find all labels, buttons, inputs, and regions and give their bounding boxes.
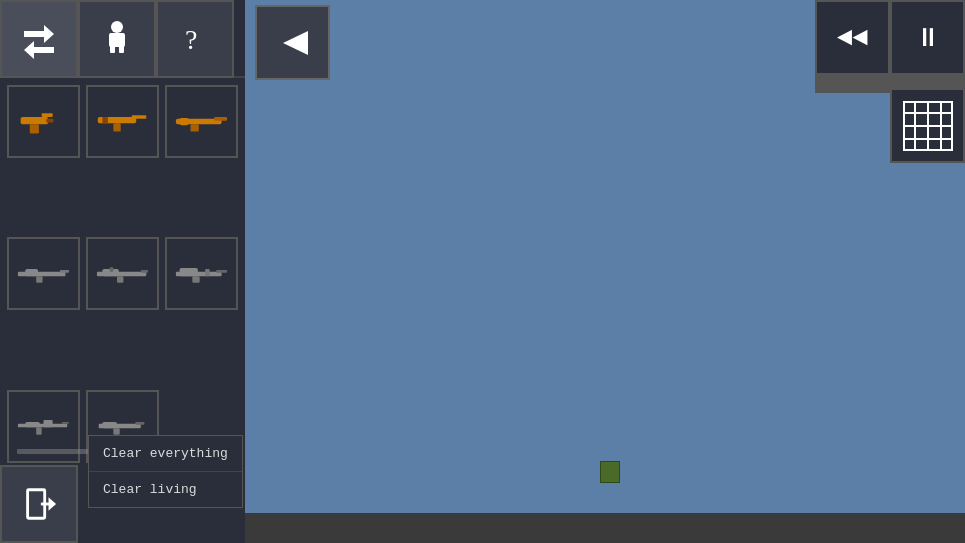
svg-rect-40 <box>17 449 97 454</box>
svg-rect-25 <box>110 267 114 272</box>
svg-rect-2 <box>110 45 115 53</box>
clear-everything-button[interactable]: Clear everything <box>89 436 242 472</box>
svg-marker-42 <box>283 31 308 55</box>
svg-rect-3 <box>119 45 124 53</box>
svg-marker-52 <box>49 497 57 510</box>
help-button[interactable]: ? <box>156 0 234 78</box>
weapon-cell-rifle2[interactable] <box>86 237 159 310</box>
svg-rect-6 <box>42 113 53 117</box>
svg-rect-39 <box>102 422 117 428</box>
weapon-cell-shotgun[interactable] <box>165 85 238 158</box>
svg-rect-37 <box>135 422 144 425</box>
game-entity <box>600 461 620 483</box>
clear-living-button[interactable]: Clear living <box>89 472 242 507</box>
svg-rect-15 <box>191 124 199 131</box>
svg-rect-16 <box>180 117 189 124</box>
grid-toggle-button[interactable] <box>890 88 965 163</box>
ground <box>245 513 965 543</box>
svg-rect-1 <box>109 33 125 47</box>
svg-rect-32 <box>62 422 69 424</box>
svg-rect-19 <box>36 276 42 282</box>
svg-rect-23 <box>117 276 123 282</box>
svg-text:?: ? <box>185 24 197 55</box>
weapon-cell-rifle3[interactable] <box>165 237 238 310</box>
svg-rect-8 <box>46 118 53 122</box>
svg-rect-34 <box>44 420 53 427</box>
svg-rect-20 <box>25 269 38 276</box>
weapon-cell-pistol[interactable] <box>7 85 80 158</box>
svg-rect-22 <box>141 270 148 273</box>
back-button[interactable] <box>255 5 330 80</box>
pause-button[interactable]: ⏸ <box>890 0 965 75</box>
svg-rect-17 <box>18 272 66 277</box>
top-right-controls: ◄◄ ⏸ <box>815 0 965 93</box>
svg-rect-10 <box>132 115 147 119</box>
svg-rect-27 <box>216 270 227 273</box>
weapon-cell-smg[interactable] <box>86 85 159 158</box>
context-menu: Clear everything Clear living <box>88 435 243 508</box>
svg-rect-29 <box>180 268 198 276</box>
svg-rect-7 <box>30 124 39 133</box>
svg-rect-12 <box>102 116 107 122</box>
svg-rect-28 <box>192 276 199 282</box>
svg-point-0 <box>111 21 123 33</box>
svg-rect-35 <box>25 422 40 427</box>
svg-rect-11 <box>113 123 120 131</box>
toolbar: ? <box>0 0 245 78</box>
item-button[interactable] <box>78 0 156 78</box>
swap-button[interactable] <box>0 0 78 78</box>
svg-rect-18 <box>60 270 69 273</box>
svg-rect-33 <box>36 428 41 435</box>
svg-rect-5 <box>21 116 48 123</box>
svg-rect-38 <box>113 428 119 434</box>
app: ? <box>0 0 965 543</box>
weapon-cell-rifle1[interactable] <box>7 237 80 310</box>
action-button[interactable] <box>0 465 78 543</box>
svg-rect-14 <box>214 116 227 120</box>
svg-rect-30 <box>205 269 210 276</box>
rewind-button[interactable]: ◄◄ <box>815 0 890 75</box>
